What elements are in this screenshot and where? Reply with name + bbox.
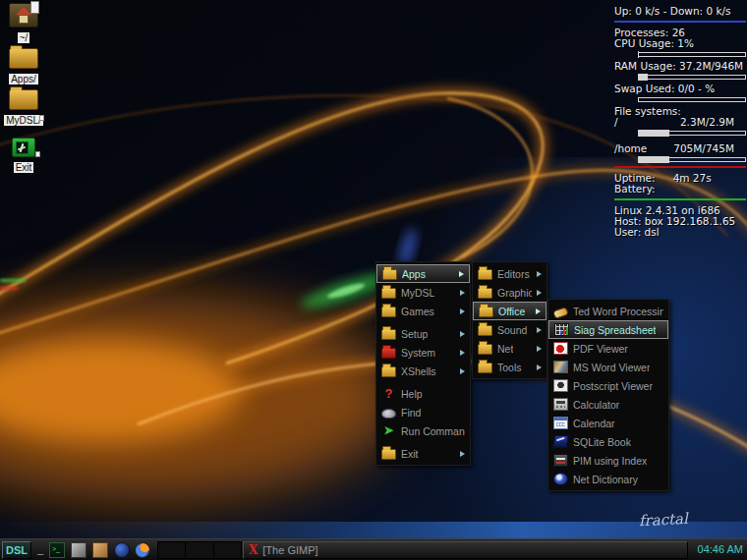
pdf-icon bbox=[553, 342, 568, 355]
submenu-arrow-icon bbox=[460, 368, 465, 374]
submenu-arrow-icon bbox=[537, 327, 542, 333]
taskbar: DSL _ X [The GIMP] 04:46 AM bbox=[0, 538, 747, 560]
folder-icon bbox=[382, 269, 397, 280]
menu-item-sound[interactable]: Sound bbox=[473, 320, 546, 339]
menu-item-find[interactable]: Find bbox=[376, 403, 470, 421]
cube-launcher-icon[interactable] bbox=[71, 542, 86, 558]
shortcut-doc-icon bbox=[39, 115, 44, 121]
fs-root-bar bbox=[638, 131, 746, 136]
tray-slot bbox=[213, 541, 242, 559]
menu-item-setup[interactable]: Setup bbox=[376, 324, 470, 343]
menu-item-ms-word-viewer[interactable]: MS Word Viewer bbox=[548, 358, 668, 376]
taskbar-clock: 04:46 AM bbox=[698, 543, 743, 555]
menu-item-sqlite-book[interactable]: SQLite Book bbox=[548, 432, 668, 451]
menu-item-system[interactable]: System bbox=[376, 343, 470, 362]
menu-item-calculator[interactable]: Calculator bbox=[548, 395, 668, 414]
submenu-arrow-icon bbox=[536, 308, 541, 314]
terminal-launcher-icon[interactable] bbox=[49, 542, 65, 558]
menu-item-graphics[interactable]: Graphics bbox=[473, 283, 546, 302]
folder-icon bbox=[381, 288, 396, 299]
folder-icon bbox=[479, 307, 493, 317]
dsl-menu-button[interactable]: DSL bbox=[2, 541, 31, 559]
shortcut-doc-icon bbox=[35, 151, 40, 157]
divider bbox=[614, 21, 746, 23]
swap-bar bbox=[638, 97, 746, 102]
calculator-icon bbox=[553, 398, 568, 411]
msword-icon bbox=[553, 361, 568, 373]
siag-icon bbox=[554, 323, 569, 336]
folder-icon bbox=[381, 329, 396, 340]
menu-item-postscript-viewer[interactable]: Postscript Viewer bbox=[548, 376, 668, 395]
menu-item-pim-using-index[interactable]: PIM using Index bbox=[548, 451, 668, 470]
ram-usage: RAM Usage: 37.2M/946M - 3% bbox=[614, 61, 746, 72]
folder-icon bbox=[478, 325, 492, 336]
desktop-icon-mydsl[interactable]: MyDSL/ bbox=[1, 89, 46, 128]
divider bbox=[614, 198, 746, 200]
fs-home: /home705M/745M bbox=[614, 143, 746, 154]
system-monitor: Up: 0 k/s - Down: 0 k/s Processes: 26 CP… bbox=[614, 6, 746, 238]
submenu-arrow-icon bbox=[537, 290, 542, 296]
submenu-arrow-icon bbox=[460, 350, 465, 356]
desktop-icon-exit[interactable]: Exit bbox=[1, 138, 46, 175]
wallpaper-signature: fractal bbox=[639, 510, 689, 531]
folder-icon bbox=[381, 449, 396, 460]
desktop-icon-home[interactable]: ~/ bbox=[1, 3, 46, 45]
menu-item-office[interactable]: Office bbox=[473, 302, 546, 320]
taskbar-window-button-gimp[interactable]: X [The GIMP] bbox=[243, 541, 688, 559]
menu-item-net-dictionary[interactable]: Net Dictionary bbox=[548, 470, 668, 488]
menu-item-run-command[interactable]: ➤ Run Command bbox=[376, 421, 470, 440]
home-folder-icon bbox=[9, 3, 38, 28]
menu-item-help[interactable]: ? Help bbox=[376, 384, 470, 403]
swap-usage: Swap Used: 0/0 - % bbox=[614, 84, 746, 94]
postscript-icon bbox=[553, 379, 568, 392]
firefox-launcher-icon[interactable] bbox=[135, 542, 150, 558]
submenu-arrow-icon bbox=[460, 331, 465, 337]
folder-icon bbox=[9, 89, 38, 110]
window-title: [The GIMP] bbox=[262, 544, 317, 556]
menu-item-xshells[interactable]: XShells bbox=[376, 362, 470, 380]
folder-icon bbox=[9, 48, 38, 69]
calendar-icon bbox=[553, 417, 568, 429]
folder-icon bbox=[478, 288, 492, 299]
menu-item-games[interactable]: Games bbox=[376, 302, 470, 320]
menu-item-net[interactable]: Net bbox=[473, 339, 546, 358]
tray-slot bbox=[157, 541, 185, 559]
menu-item-mydsl[interactable]: MyDSL bbox=[376, 283, 470, 302]
submenu-arrow-icon bbox=[460, 308, 465, 314]
submenu-arrow-icon bbox=[459, 271, 464, 277]
tray-slot bbox=[185, 541, 212, 559]
folder-icon bbox=[381, 366, 396, 377]
menu-item-ted-word-processing[interactable]: Ted Word Processing bbox=[548, 302, 668, 320]
folder-icon bbox=[478, 269, 492, 280]
office-submenu: Ted Word Processing Siag Spreadsheet PDF… bbox=[547, 299, 669, 491]
submenu-arrow-icon bbox=[537, 346, 542, 352]
find-icon bbox=[381, 409, 396, 419]
menu-item-exit[interactable]: Exit bbox=[376, 444, 470, 463]
menu-item-siag-spreadsheet[interactable]: Siag Spreadsheet bbox=[548, 320, 668, 339]
menu-item-tools[interactable]: Tools bbox=[473, 358, 546, 376]
cpu-bar bbox=[638, 52, 746, 57]
sqlite-icon bbox=[552, 435, 569, 448]
desktop: fractal Up: 0 k/s - Down: 0 k/s Processe… bbox=[0, 0, 747, 560]
menu-item-editors[interactable]: Editors bbox=[473, 264, 546, 283]
package-launcher-icon[interactable] bbox=[92, 542, 108, 558]
submenu-arrow-icon bbox=[537, 364, 542, 370]
desktop-icon-apps[interactable]: Apps/ bbox=[1, 48, 46, 86]
battery: Battery: bbox=[614, 184, 746, 195]
root-menu: Apps MyDSL Games Setup System XShells bbox=[375, 261, 471, 466]
folder-icon bbox=[478, 363, 492, 373]
run-icon: ➤ bbox=[381, 424, 396, 437]
dictionary-icon bbox=[553, 473, 568, 485]
minimized-window-indicator[interactable]: _ bbox=[37, 543, 43, 555]
divider bbox=[614, 166, 746, 168]
taskbar-tray bbox=[157, 541, 242, 559]
gimp-window-icon: X bbox=[249, 543, 258, 557]
help-icon: ? bbox=[381, 387, 396, 400]
menu-item-apps[interactable]: Apps bbox=[376, 264, 470, 283]
red-folder-icon bbox=[381, 348, 396, 359]
menu-item-calendar[interactable]: Calendar bbox=[548, 414, 668, 432]
submenu-arrow-icon bbox=[537, 271, 542, 277]
blue-globe-launcher-icon[interactable] bbox=[114, 542, 130, 558]
folder-icon bbox=[478, 344, 492, 355]
menu-item-pdf-viewer[interactable]: PDF Viewer bbox=[548, 339, 668, 358]
